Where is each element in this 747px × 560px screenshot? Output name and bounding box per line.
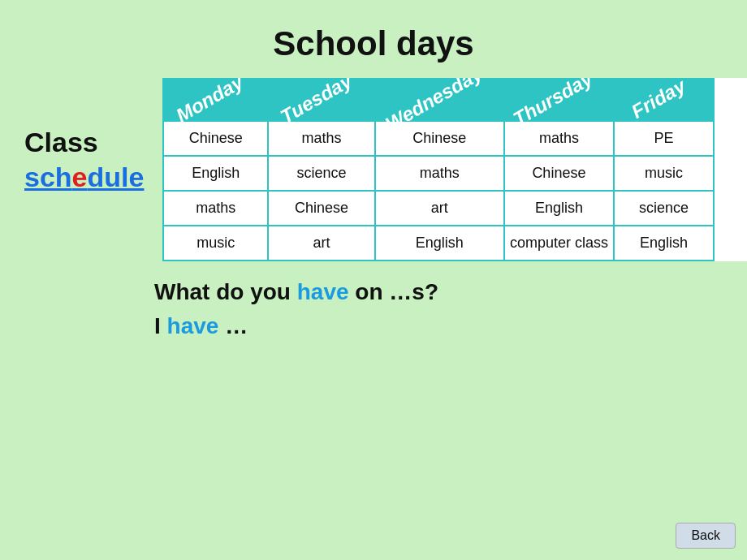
table-cell: computer class	[504, 226, 614, 261]
schedule-table-container: Monday Tuesday Wednesday Thursday Friday	[162, 78, 747, 261]
answer-before: I	[154, 313, 167, 338]
schedule-table: Monday Tuesday Wednesday Thursday Friday	[162, 78, 715, 261]
left-panel: Class schedule	[24, 78, 154, 193]
table-cell: Chinese	[268, 191, 374, 226]
table-cell: Chinese	[163, 121, 268, 156]
back-button[interactable]: Back	[676, 523, 736, 549]
answer-text: I have …	[154, 313, 747, 339]
page-title: School days	[0, 0, 747, 63]
table-body: ChinesemathsChinesemathsPEEnglishscience…	[163, 121, 714, 261]
question-before: What do you	[154, 279, 297, 304]
header-wednesday: Wednesday	[375, 79, 504, 121]
header-thursday: Thursday	[504, 79, 614, 121]
table-row: ChinesemathsChinesemathsPE	[163, 121, 714, 156]
question-after: on …s?	[349, 279, 438, 304]
schedule-text-part1: sch	[24, 162, 72, 192]
answer-have: have	[167, 313, 219, 338]
bottom-section: What do you have on …s? I have …	[0, 261, 747, 339]
table-cell: art	[268, 226, 374, 261]
table-cell: English	[614, 226, 714, 261]
table-cell: English	[504, 191, 614, 226]
question-text: What do you have on …s?	[154, 279, 747, 305]
schedule-text-part2: dule	[88, 162, 145, 192]
table-row: mathsChineseartEnglishscience	[163, 191, 714, 226]
table-row: EnglishsciencemathsChinesemusic	[163, 156, 714, 191]
table-cell: maths	[163, 191, 268, 226]
table-cell: maths	[268, 121, 374, 156]
table-cell: PE	[614, 121, 714, 156]
table-cell: science	[268, 156, 374, 191]
question-have: have	[297, 279, 349, 304]
schedule-red-letter: e	[72, 162, 88, 192]
table-cell: English	[163, 156, 268, 191]
header-tuesday: Tuesday	[268, 79, 374, 121]
table-cell: art	[375, 191, 504, 226]
table-cell: music	[614, 156, 714, 191]
table-header-row: Monday Tuesday Wednesday Thursday Friday	[163, 79, 714, 121]
class-label: Class	[24, 127, 98, 158]
table-cell: Chinese	[504, 156, 614, 191]
table-cell: maths	[375, 156, 504, 191]
answer-after: …	[218, 313, 248, 338]
header-monday: Monday	[163, 79, 268, 121]
table-cell: science	[614, 191, 714, 226]
schedule-link[interactable]: schedule	[24, 162, 144, 193]
table-row: musicartEnglishcomputer classEnglish	[163, 226, 714, 261]
header-friday: Friday	[614, 79, 714, 121]
table-cell: English	[375, 226, 504, 261]
table-cell: music	[163, 226, 268, 261]
